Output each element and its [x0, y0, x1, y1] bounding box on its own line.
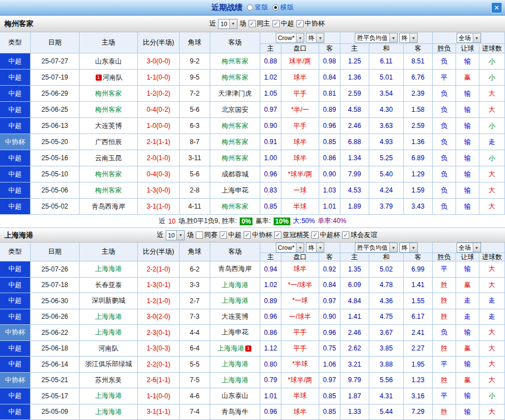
- cell-avg-away: 7.29: [404, 404, 433, 420]
- radio-vertical-label: 竖版: [255, 3, 268, 12]
- cell-away-team: 上海申花: [210, 325, 260, 341]
- cell-corner: 7-2: [180, 86, 210, 102]
- odds-source-select[interactable]: Crow*▼: [276, 243, 305, 253]
- cell-odds-away: 0.81: [319, 86, 340, 102]
- avg-final-select[interactable]: 终▼: [399, 243, 418, 253]
- checkbox-checked-icon[interactable]: ✓: [342, 231, 349, 239]
- cell-avg-home: 1.33: [340, 404, 369, 420]
- scope-select[interactable]: 全场▼: [457, 33, 481, 43]
- radio-selected-icon[interactable]: [273, 4, 279, 11]
- col-odds-away: 客: [319, 253, 340, 261]
- filter-checkbox-item[interactable]: ✓同主: [249, 19, 270, 28]
- cell-odds-home: 0.97: [260, 102, 281, 118]
- cell-date: 25-06-22: [31, 325, 80, 341]
- cell-date: 25-07-19: [31, 70, 80, 86]
- cell-avg-draw: 4.24: [369, 182, 404, 199]
- chevron-down-icon: ▼: [389, 243, 397, 252]
- cell-home-team: 苏州东吴: [80, 373, 138, 389]
- filter-checkbox-item[interactable]: ✓中超杯: [311, 230, 340, 240]
- cell-avg-away: 1.55: [404, 293, 433, 309]
- col-avg-away: 客: [404, 253, 433, 261]
- cell-handicap-result: 输: [456, 182, 479, 199]
- title-bar: 近期战绩 竖版 横版 ✕: [0, 0, 505, 16]
- odds-final-select[interactable]: 终▼: [306, 33, 324, 43]
- cell-odds-home: 1.02: [260, 70, 281, 86]
- col-handicap-result: 让球: [456, 253, 479, 261]
- avg-final-select[interactable]: 终▼: [399, 33, 418, 43]
- table-header: 类型 日期 主场 比分(半场) 角球 客场 Crow*▼ 终▼ 胜平负均值▼ 终…: [0, 32, 505, 53]
- table-row: 中超25-05-02青岛西海岸3-1(1-0)4-11梅州客家0.85半球1.0…: [0, 199, 505, 215]
- cell-odds-away: 0.86: [319, 150, 340, 166]
- cell-odds-away: 0.96: [319, 325, 340, 341]
- cell-result: 负: [433, 166, 456, 182]
- odds-source-select[interactable]: Crow*▼: [276, 33, 305, 43]
- filter-label: 亚冠精英: [283, 230, 309, 240]
- filter-checkbox-item[interactable]: ✓中超: [220, 230, 241, 240]
- red-card-icon: 1: [96, 75, 102, 81]
- summary-record: 场,胜0平1负9, 胜率:: [179, 216, 237, 226]
- cell-odds-away: 0.84: [319, 70, 340, 86]
- team-name: 梅州客家: [222, 202, 249, 211]
- cell-score: 3-0(0-0): [138, 53, 180, 70]
- layout-radio-horizontal[interactable]: 横版: [273, 3, 294, 12]
- match-count-select[interactable]: 10 ▼: [218, 19, 237, 29]
- layout-radio-vertical[interactable]: 竖版: [247, 3, 268, 12]
- cell-avg-away: 6.89: [404, 150, 433, 166]
- cell-avg-home: 1.25: [340, 53, 369, 70]
- cell-away-team: 天津津门虎: [210, 86, 260, 102]
- team-name: 梅州客家: [222, 137, 249, 147]
- cell-handicap: 平手: [281, 341, 319, 357]
- table-row: 中超25-07-191河南队1-1(0-0)9-5梅州客家1.02球半0.841…: [0, 70, 505, 86]
- cell-avg-home: 2.46: [340, 325, 369, 341]
- cell-odds-away: 0.90: [319, 166, 340, 182]
- checkbox-checked-icon[interactable]: ✓: [296, 20, 304, 27]
- checkbox-checked-icon[interactable]: ✓: [244, 231, 251, 239]
- checkbox-checked-icon[interactable]: ✓: [311, 231, 319, 239]
- cell-score: 1-3(0-0): [138, 182, 180, 199]
- col-score: 比分(半场): [138, 32, 180, 53]
- odds-source-group: Crow*▼ 终▼: [260, 32, 340, 44]
- checkbox-checked-icon[interactable]: ✓: [274, 231, 281, 239]
- cell-goals: 小: [479, 53, 505, 70]
- single-rate: 单率:40%: [318, 216, 346, 226]
- team-name: 上海海港: [95, 391, 122, 401]
- cell-handicap: 球半: [281, 70, 319, 86]
- col-result: 胜负: [433, 44, 456, 53]
- col-handicap: 盘口: [281, 253, 319, 261]
- cell-handicap-result: 输: [456, 325, 479, 341]
- filter-label: 球会友谊: [350, 230, 377, 240]
- cell-handicap: *球半/两: [281, 373, 319, 389]
- radio-unselected-icon[interactable]: [247, 4, 253, 11]
- team-name: 云南玉昆: [95, 154, 122, 163]
- cell-avg-draw: 5.01: [369, 70, 404, 86]
- cell-league: 中超: [0, 404, 31, 420]
- filter-checkbox-item[interactable]: ✓中协杯: [296, 19, 325, 28]
- close-button[interactable]: ✕: [491, 2, 502, 13]
- avg-source-select[interactable]: 胜平负均值▼: [355, 243, 398, 253]
- scope-select[interactable]: 全场▼: [457, 243, 481, 253]
- cell-avg-draw: 3.54: [369, 86, 404, 102]
- cell-result: 负: [433, 86, 456, 102]
- filter-checkbox-item[interactable]: ✓中协杯: [244, 230, 272, 240]
- match-count-select[interactable]: 10 ▼: [166, 230, 185, 240]
- filter-checkbox-item[interactable]: ✓中超: [273, 19, 294, 28]
- checkbox-checked-icon[interactable]: ✓: [220, 231, 227, 239]
- checkbox-unchecked-icon[interactable]: [196, 231, 203, 239]
- cell-handicap: *一球: [281, 293, 319, 309]
- cell-home-team: 大连英博: [80, 118, 138, 134]
- cell-corner: 4-11: [180, 199, 210, 215]
- filter-checkbox-item[interactable]: 同赛: [196, 230, 217, 240]
- odds-final-select[interactable]: 终▼: [306, 243, 324, 253]
- col-avg-draw: 和: [369, 44, 404, 53]
- cell-goals: 大: [479, 86, 505, 102]
- cell-avg-draw: 3.67: [369, 325, 404, 341]
- cell-handicap-result: 输: [456, 102, 479, 118]
- filter-checkbox-item[interactable]: ✓亚冠精英: [274, 230, 309, 240]
- radio-horizontal-label: 横版: [280, 3, 294, 12]
- checkbox-checked-icon[interactable]: ✓: [249, 20, 256, 27]
- avg-source-select[interactable]: 胜平负均值▼: [355, 33, 398, 43]
- col-home: 主场: [80, 32, 138, 53]
- filter-checkbox-item[interactable]: ✓球会友谊: [342, 230, 377, 240]
- checkbox-checked-icon[interactable]: ✓: [273, 20, 280, 27]
- team-name: 梅州客家: [222, 73, 249, 82]
